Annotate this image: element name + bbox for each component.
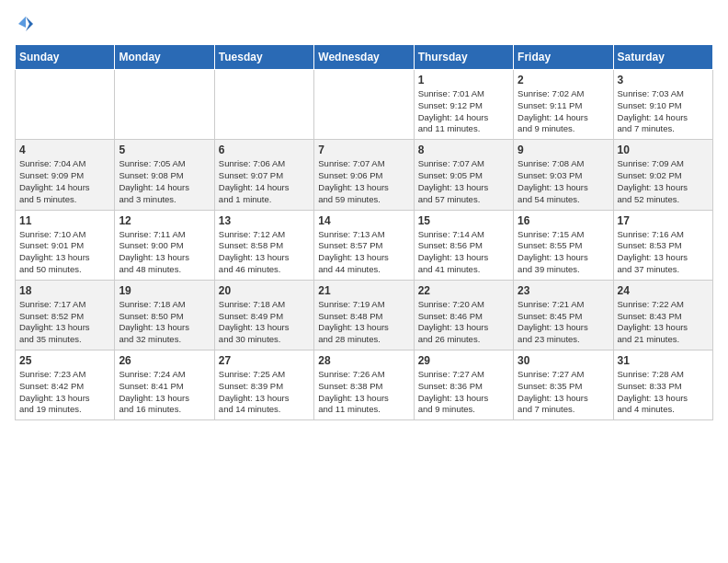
calendar-header-row: SundayMondayTuesdayWednesdayThursdayFrid… [16,45,713,70]
calendar-cell: 29Sunrise: 7:27 AM Sunset: 8:36 PM Dayli… [414,350,513,420]
day-content: Sunrise: 7:03 AM Sunset: 9:10 PM Dayligh… [618,88,709,135]
day-number: 17 [618,214,709,227]
day-content: Sunrise: 7:09 AM Sunset: 9:02 PM Dayligh… [618,158,709,205]
calendar-cell: 5Sunrise: 7:05 AM Sunset: 9:08 PM Daylig… [115,140,214,210]
day-content: Sunrise: 7:20 AM Sunset: 8:46 PM Dayligh… [418,299,509,346]
calendar-cell: 30Sunrise: 7:27 AM Sunset: 8:35 PM Dayli… [514,350,613,420]
calendar-cell: 2Sunrise: 7:02 AM Sunset: 9:11 PM Daylig… [514,70,613,140]
day-number: 9 [518,144,609,156]
day-number: 2 [518,74,609,86]
day-number: 24 [618,284,709,297]
day-number: 14 [318,214,409,227]
day-number: 21 [318,284,409,297]
day-content: Sunrise: 7:15 AM Sunset: 8:55 PM Dayligh… [518,229,609,276]
calendar-table: SundayMondayTuesdayWednesdayThursdayFrid… [15,44,713,420]
day-content: Sunrise: 7:02 AM Sunset: 9:11 PM Dayligh… [518,88,609,135]
svg-marker-0 [26,17,33,31]
day-number: 20 [219,284,310,297]
weekday-header-wednesday: Wednesday [314,45,414,70]
calendar-cell: 19Sunrise: 7:18 AM Sunset: 8:50 PM Dayli… [115,280,214,350]
calendar-cell: 8Sunrise: 7:07 AM Sunset: 9:05 PM Daylig… [414,140,513,210]
day-content: Sunrise: 7:12 AM Sunset: 8:58 PM Dayligh… [219,229,310,276]
day-number: 26 [119,354,210,367]
day-content: Sunrise: 7:19 AM Sunset: 8:48 PM Dayligh… [318,299,409,346]
day-content: Sunrise: 7:25 AM Sunset: 8:39 PM Dayligh… [219,369,310,416]
calendar-cell: 3Sunrise: 7:03 AM Sunset: 9:10 PM Daylig… [613,70,712,140]
day-number: 30 [518,354,609,367]
day-content: Sunrise: 7:04 AM Sunset: 9:09 PM Dayligh… [19,158,110,205]
day-number: 4 [19,144,110,156]
calendar-cell: 27Sunrise: 7:25 AM Sunset: 8:39 PM Dayli… [214,350,313,420]
day-number: 25 [19,354,110,367]
calendar-cell: 9Sunrise: 7:08 AM Sunset: 9:03 PM Daylig… [514,140,613,210]
weekday-header-thursday: Thursday [414,45,513,70]
day-content: Sunrise: 7:07 AM Sunset: 9:06 PM Dayligh… [318,158,409,205]
day-content: Sunrise: 7:24 AM Sunset: 8:41 PM Dayligh… [119,369,210,416]
day-number: 15 [418,214,509,227]
day-number: 29 [418,354,509,367]
day-content: Sunrise: 7:23 AM Sunset: 8:42 PM Dayligh… [19,369,110,416]
calendar-cell: 17Sunrise: 7:16 AM Sunset: 8:53 PM Dayli… [613,210,712,280]
calendar-week-row: 4Sunrise: 7:04 AM Sunset: 9:09 PM Daylig… [16,140,713,210]
day-content: Sunrise: 7:13 AM Sunset: 8:57 PM Dayligh… [318,229,409,276]
day-content: Sunrise: 7:22 AM Sunset: 8:43 PM Dayligh… [618,299,709,346]
day-number: 5 [119,144,210,156]
calendar-cell: 15Sunrise: 7:14 AM Sunset: 8:56 PM Dayli… [414,210,513,280]
calendar-cell [214,70,313,140]
calendar-cell: 18Sunrise: 7:17 AM Sunset: 8:52 PM Dayli… [16,280,115,350]
day-number: 12 [119,214,210,227]
calendar-cell [115,70,214,140]
day-content: Sunrise: 7:01 AM Sunset: 9:12 PM Dayligh… [418,88,509,135]
day-content: Sunrise: 7:17 AM Sunset: 8:52 PM Dayligh… [19,299,110,346]
calendar-cell: 22Sunrise: 7:20 AM Sunset: 8:46 PM Dayli… [414,280,513,350]
day-number: 18 [19,284,110,297]
day-content: Sunrise: 7:27 AM Sunset: 8:35 PM Dayligh… [518,369,609,416]
page-header [15,15,713,33]
calendar-week-row: 11Sunrise: 7:10 AM Sunset: 9:01 PM Dayli… [16,210,713,280]
day-content: Sunrise: 7:18 AM Sunset: 8:50 PM Dayligh… [119,299,210,346]
day-content: Sunrise: 7:06 AM Sunset: 9:07 PM Dayligh… [219,158,310,205]
calendar-cell: 21Sunrise: 7:19 AM Sunset: 8:48 PM Dayli… [314,280,414,350]
day-content: Sunrise: 7:14 AM Sunset: 8:56 PM Dayligh… [418,229,509,276]
calendar-cell: 4Sunrise: 7:04 AM Sunset: 9:09 PM Daylig… [16,140,115,210]
calendar-cell: 1Sunrise: 7:01 AM Sunset: 9:12 PM Daylig… [414,70,513,140]
calendar-cell [16,70,115,140]
logo [15,15,35,33]
svg-marker-1 [18,17,26,28]
day-number: 13 [219,214,310,227]
day-content: Sunrise: 7:10 AM Sunset: 9:01 PM Dayligh… [19,229,110,276]
calendar-cell: 16Sunrise: 7:15 AM Sunset: 8:55 PM Dayli… [514,210,613,280]
day-number: 11 [19,214,110,227]
calendar-cell: 6Sunrise: 7:06 AM Sunset: 9:07 PM Daylig… [214,140,313,210]
calendar-cell: 20Sunrise: 7:18 AM Sunset: 8:49 PM Dayli… [214,280,313,350]
day-content: Sunrise: 7:07 AM Sunset: 9:05 PM Dayligh… [418,158,509,205]
calendar-cell: 31Sunrise: 7:28 AM Sunset: 8:33 PM Dayli… [613,350,712,420]
calendar-week-row: 1Sunrise: 7:01 AM Sunset: 9:12 PM Daylig… [16,70,713,140]
day-content: Sunrise: 7:27 AM Sunset: 8:36 PM Dayligh… [418,369,509,416]
weekday-header-sunday: Sunday [16,45,115,70]
day-number: 22 [418,284,509,297]
calendar-cell: 7Sunrise: 7:07 AM Sunset: 9:06 PM Daylig… [314,140,414,210]
weekday-header-friday: Friday [514,45,613,70]
day-content: Sunrise: 7:26 AM Sunset: 8:38 PM Dayligh… [318,369,409,416]
day-content: Sunrise: 7:16 AM Sunset: 8:53 PM Dayligh… [618,229,709,276]
day-number: 6 [219,144,310,156]
day-content: Sunrise: 7:18 AM Sunset: 8:49 PM Dayligh… [219,299,310,346]
day-number: 10 [618,144,709,156]
calendar-cell: 13Sunrise: 7:12 AM Sunset: 8:58 PM Dayli… [214,210,313,280]
logo-icon [17,15,35,33]
day-number: 3 [618,74,709,86]
calendar-cell [314,70,414,140]
day-number: 16 [518,214,609,227]
day-content: Sunrise: 7:05 AM Sunset: 9:08 PM Dayligh… [119,158,210,205]
day-number: 28 [318,354,409,367]
day-content: Sunrise: 7:11 AM Sunset: 9:00 PM Dayligh… [119,229,210,276]
calendar-cell: 14Sunrise: 7:13 AM Sunset: 8:57 PM Dayli… [314,210,414,280]
weekday-header-monday: Monday [115,45,214,70]
weekday-header-saturday: Saturday [613,45,712,70]
day-number: 7 [318,144,409,156]
day-content: Sunrise: 7:28 AM Sunset: 8:33 PM Dayligh… [618,369,709,416]
calendar-cell: 26Sunrise: 7:24 AM Sunset: 8:41 PM Dayli… [115,350,214,420]
calendar-cell: 12Sunrise: 7:11 AM Sunset: 9:00 PM Dayli… [115,210,214,280]
calendar-cell: 25Sunrise: 7:23 AM Sunset: 8:42 PM Dayli… [16,350,115,420]
